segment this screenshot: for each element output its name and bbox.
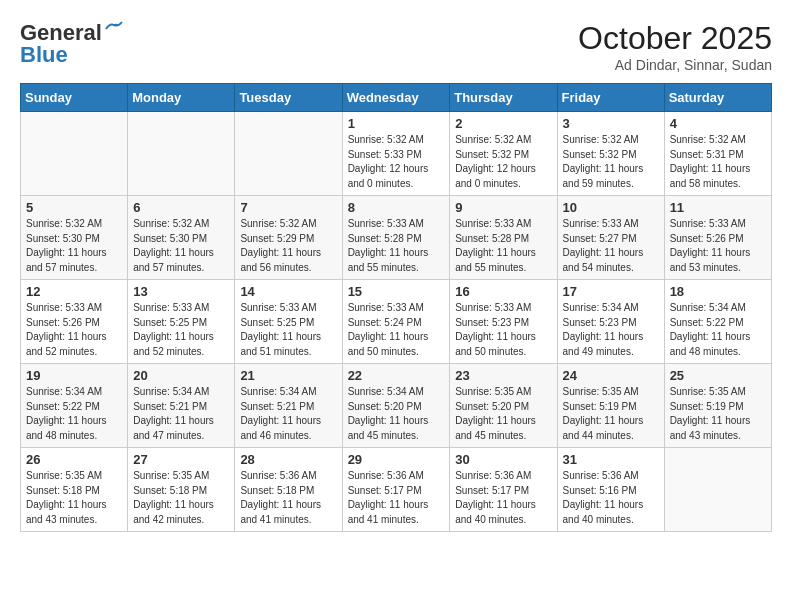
- day-number: 27: [133, 452, 229, 467]
- day-number: 3: [563, 116, 659, 131]
- calendar-cell: 29Sunrise: 5:36 AMSunset: 5:17 PMDayligh…: [342, 448, 450, 532]
- calendar-cell: 31Sunrise: 5:36 AMSunset: 5:16 PMDayligh…: [557, 448, 664, 532]
- cell-text: Sunrise: 5:33 AMSunset: 5:24 PMDaylight:…: [348, 301, 445, 359]
- day-number: 7: [240, 200, 336, 215]
- day-number: 25: [670, 368, 766, 383]
- cell-text: Sunrise: 5:36 AMSunset: 5:16 PMDaylight:…: [563, 469, 659, 527]
- day-number: 8: [348, 200, 445, 215]
- calendar-cell: 9Sunrise: 5:33 AMSunset: 5:28 PMDaylight…: [450, 196, 557, 280]
- day-number: 26: [26, 452, 122, 467]
- cell-text: Sunrise: 5:32 AMSunset: 5:29 PMDaylight:…: [240, 217, 336, 275]
- calendar-cell: 20Sunrise: 5:34 AMSunset: 5:21 PMDayligh…: [128, 364, 235, 448]
- cell-text: Sunrise: 5:35 AMSunset: 5:18 PMDaylight:…: [133, 469, 229, 527]
- day-number: 2: [455, 116, 551, 131]
- day-number: 18: [670, 284, 766, 299]
- cell-text: Sunrise: 5:36 AMSunset: 5:17 PMDaylight:…: [348, 469, 445, 527]
- cell-text: Sunrise: 5:35 AMSunset: 5:19 PMDaylight:…: [670, 385, 766, 443]
- calendar-cell: 27Sunrise: 5:35 AMSunset: 5:18 PMDayligh…: [128, 448, 235, 532]
- title-section: October 2025 Ad Dindar, Sinnar, Sudan: [578, 20, 772, 73]
- calendar-cell: 6Sunrise: 5:32 AMSunset: 5:30 PMDaylight…: [128, 196, 235, 280]
- cell-text: Sunrise: 5:35 AMSunset: 5:20 PMDaylight:…: [455, 385, 551, 443]
- day-number: 15: [348, 284, 445, 299]
- calendar-cell: 16Sunrise: 5:33 AMSunset: 5:23 PMDayligh…: [450, 280, 557, 364]
- cell-text: Sunrise: 5:36 AMSunset: 5:17 PMDaylight:…: [455, 469, 551, 527]
- calendar-cell: 2Sunrise: 5:32 AMSunset: 5:32 PMDaylight…: [450, 112, 557, 196]
- cell-text: Sunrise: 5:32 AMSunset: 5:30 PMDaylight:…: [133, 217, 229, 275]
- calendar-cell: 18Sunrise: 5:34 AMSunset: 5:22 PMDayligh…: [664, 280, 771, 364]
- calendar-header-row: Sunday Monday Tuesday Wednesday Thursday…: [21, 84, 772, 112]
- logo: General Blue: [20, 20, 124, 68]
- cell-text: Sunrise: 5:32 AMSunset: 5:31 PMDaylight:…: [670, 133, 766, 191]
- calendar-cell: 5Sunrise: 5:32 AMSunset: 5:30 PMDaylight…: [21, 196, 128, 280]
- cell-text: Sunrise: 5:33 AMSunset: 5:23 PMDaylight:…: [455, 301, 551, 359]
- day-number: 10: [563, 200, 659, 215]
- cell-text: Sunrise: 5:35 AMSunset: 5:19 PMDaylight:…: [563, 385, 659, 443]
- col-sunday: Sunday: [21, 84, 128, 112]
- col-saturday: Saturday: [664, 84, 771, 112]
- day-number: 22: [348, 368, 445, 383]
- day-number: 20: [133, 368, 229, 383]
- calendar-cell: 30Sunrise: 5:36 AMSunset: 5:17 PMDayligh…: [450, 448, 557, 532]
- day-number: 6: [133, 200, 229, 215]
- col-monday: Monday: [128, 84, 235, 112]
- month-title: October 2025: [578, 20, 772, 57]
- calendar-cell: 13Sunrise: 5:33 AMSunset: 5:25 PMDayligh…: [128, 280, 235, 364]
- calendar-cell: 14Sunrise: 5:33 AMSunset: 5:25 PMDayligh…: [235, 280, 342, 364]
- calendar-week-row: 12Sunrise: 5:33 AMSunset: 5:26 PMDayligh…: [21, 280, 772, 364]
- cell-text: Sunrise: 5:32 AMSunset: 5:30 PMDaylight:…: [26, 217, 122, 275]
- page-header: General Blue October 2025 Ad Dindar, Sin…: [20, 20, 772, 73]
- day-number: 12: [26, 284, 122, 299]
- logo-bird-icon: [104, 21, 124, 37]
- calendar-cell: 1Sunrise: 5:32 AMSunset: 5:33 PMDaylight…: [342, 112, 450, 196]
- col-friday: Friday: [557, 84, 664, 112]
- day-number: 29: [348, 452, 445, 467]
- calendar-cell: 11Sunrise: 5:33 AMSunset: 5:26 PMDayligh…: [664, 196, 771, 280]
- calendar-cell: 4Sunrise: 5:32 AMSunset: 5:31 PMDaylight…: [664, 112, 771, 196]
- day-number: 30: [455, 452, 551, 467]
- calendar-table: Sunday Monday Tuesday Wednesday Thursday…: [20, 83, 772, 532]
- calendar-cell: 25Sunrise: 5:35 AMSunset: 5:19 PMDayligh…: [664, 364, 771, 448]
- cell-text: Sunrise: 5:36 AMSunset: 5:18 PMDaylight:…: [240, 469, 336, 527]
- day-number: 4: [670, 116, 766, 131]
- calendar-cell: 24Sunrise: 5:35 AMSunset: 5:19 PMDayligh…: [557, 364, 664, 448]
- cell-text: Sunrise: 5:33 AMSunset: 5:25 PMDaylight:…: [133, 301, 229, 359]
- col-wednesday: Wednesday: [342, 84, 450, 112]
- calendar-cell: 21Sunrise: 5:34 AMSunset: 5:21 PMDayligh…: [235, 364, 342, 448]
- cell-text: Sunrise: 5:32 AMSunset: 5:32 PMDaylight:…: [563, 133, 659, 191]
- calendar-cell: [235, 112, 342, 196]
- day-number: 23: [455, 368, 551, 383]
- cell-text: Sunrise: 5:33 AMSunset: 5:25 PMDaylight:…: [240, 301, 336, 359]
- cell-text: Sunrise: 5:32 AMSunset: 5:32 PMDaylight:…: [455, 133, 551, 191]
- cell-text: Sunrise: 5:33 AMSunset: 5:28 PMDaylight:…: [455, 217, 551, 275]
- cell-text: Sunrise: 5:34 AMSunset: 5:21 PMDaylight:…: [240, 385, 336, 443]
- col-tuesday: Tuesday: [235, 84, 342, 112]
- calendar-cell: 7Sunrise: 5:32 AMSunset: 5:29 PMDaylight…: [235, 196, 342, 280]
- calendar-cell: 3Sunrise: 5:32 AMSunset: 5:32 PMDaylight…: [557, 112, 664, 196]
- location: Ad Dindar, Sinnar, Sudan: [578, 57, 772, 73]
- calendar-cell: 26Sunrise: 5:35 AMSunset: 5:18 PMDayligh…: [21, 448, 128, 532]
- cell-text: Sunrise: 5:32 AMSunset: 5:33 PMDaylight:…: [348, 133, 445, 191]
- calendar-week-row: 26Sunrise: 5:35 AMSunset: 5:18 PMDayligh…: [21, 448, 772, 532]
- col-thursday: Thursday: [450, 84, 557, 112]
- day-number: 16: [455, 284, 551, 299]
- calendar-cell: 15Sunrise: 5:33 AMSunset: 5:24 PMDayligh…: [342, 280, 450, 364]
- calendar-cell: [664, 448, 771, 532]
- day-number: 11: [670, 200, 766, 215]
- calendar-week-row: 5Sunrise: 5:32 AMSunset: 5:30 PMDaylight…: [21, 196, 772, 280]
- day-number: 17: [563, 284, 659, 299]
- day-number: 21: [240, 368, 336, 383]
- calendar-week-row: 1Sunrise: 5:32 AMSunset: 5:33 PMDaylight…: [21, 112, 772, 196]
- day-number: 19: [26, 368, 122, 383]
- cell-text: Sunrise: 5:33 AMSunset: 5:26 PMDaylight:…: [670, 217, 766, 275]
- day-number: 13: [133, 284, 229, 299]
- day-number: 28: [240, 452, 336, 467]
- cell-text: Sunrise: 5:35 AMSunset: 5:18 PMDaylight:…: [26, 469, 122, 527]
- cell-text: Sunrise: 5:33 AMSunset: 5:27 PMDaylight:…: [563, 217, 659, 275]
- calendar-cell: 22Sunrise: 5:34 AMSunset: 5:20 PMDayligh…: [342, 364, 450, 448]
- calendar-cell: [21, 112, 128, 196]
- cell-text: Sunrise: 5:34 AMSunset: 5:20 PMDaylight:…: [348, 385, 445, 443]
- calendar-cell: 10Sunrise: 5:33 AMSunset: 5:27 PMDayligh…: [557, 196, 664, 280]
- cell-text: Sunrise: 5:33 AMSunset: 5:28 PMDaylight:…: [348, 217, 445, 275]
- day-number: 9: [455, 200, 551, 215]
- calendar-cell: [128, 112, 235, 196]
